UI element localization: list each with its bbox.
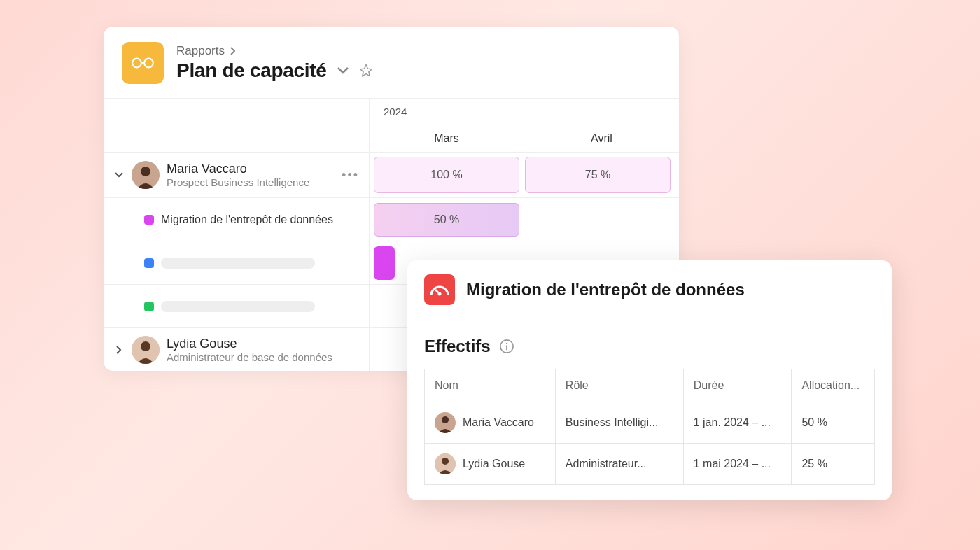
col-alloc[interactable]: Allocation... [792,369,875,402]
col-role[interactable]: Rôle [555,369,683,402]
cell-alloc: 50 % [792,402,875,444]
person-name: Lydia Gouse [167,337,332,351]
task-detail-card: Migration de l'entrepôt de données Effec… [407,260,892,500]
avatar [435,412,456,433]
person-role: Prospect Business Intelligence [167,176,309,188]
star-icon[interactable] [359,64,373,78]
breadcrumb[interactable]: Rapports [176,44,373,58]
task-color-dot [144,258,154,268]
year-label: 2024 [370,99,679,125]
chevron-right-icon [230,47,236,55]
glasses-icon [131,56,155,70]
svg-point-9 [505,343,507,344]
cell-nom: Maria Vaccaro [463,416,534,429]
person-name: Maria Vaccaro [167,162,309,176]
month-header: Mars [370,125,524,152]
header: Rapports Plan de capacité [104,27,679,98]
expand-icon[interactable] [113,346,125,354]
cell-alloc: 25 % [792,444,875,485]
table-row[interactable]: Lydia Gouse Administrateur... 1 mai 2024… [425,444,875,485]
cell-duree: 1 jan. 2024 – ... [683,402,792,444]
svg-point-12 [442,416,449,423]
svg-point-3 [141,167,150,176]
table-row[interactable]: Maria Vaccaro Business Intelligi... 1 ja… [425,402,875,444]
page-title: Plan de capacité [176,59,327,82]
person-role: Administrateur de base de données [167,351,332,363]
allocation-bar[interactable]: 100 % [374,157,519,193]
person-row[interactable]: Maria Vaccaro Prospect Business Intellig… [104,152,679,197]
chevron-down-icon[interactable] [337,66,349,75]
detail-header: Migration de l'entrepôt de données [407,260,892,318]
task-row[interactable]: Migration de l'entrepôt de données 50 % [104,197,679,241]
avatar [132,336,160,364]
task-label: Migration de l'entrepôt de données [161,213,333,226]
cell-nom: Lydia Gouse [463,458,525,470]
allocation-bar[interactable]: 75 % [525,157,671,193]
svg-rect-10 [506,345,507,350]
svg-point-1 [144,59,153,68]
effectifs-table: Nom Rôle Durée Allocation... Maria Vacca… [424,369,875,485]
task-color-dot [144,215,154,225]
cell-duree: 1 mai 2024 – ... [683,444,792,485]
info-icon[interactable] [499,339,514,354]
avatar [435,453,456,474]
svg-point-14 [442,458,449,465]
task-label-placeholder [161,258,315,269]
section-title: Effectifs [424,337,491,356]
task-color-dot [144,302,154,311]
avatar [132,161,160,189]
task-bar[interactable] [374,246,395,280]
task-label-placeholder [161,301,315,312]
more-icon[interactable]: ••• [342,168,359,183]
app-icon [122,42,164,84]
cell-role: Administrateur... [555,444,683,485]
table-header-row: Nom Rôle Durée Allocation... [425,369,875,402]
svg-line-7 [435,290,440,294]
detail-title: Migration de l'entrepôt de données [466,280,745,299]
collapse-icon[interactable] [113,172,125,178]
col-nom[interactable]: Nom [425,369,556,402]
month-header: Avril [524,125,679,152]
cell-role: Business Intelligi... [555,402,683,444]
svg-point-5 [141,341,150,351]
breadcrumb-label: Rapports [176,44,225,58]
task-bar[interactable]: 50 % [374,203,519,237]
col-duree[interactable]: Durée [683,369,792,402]
svg-point-0 [132,59,141,68]
gauge-icon [424,274,455,305]
